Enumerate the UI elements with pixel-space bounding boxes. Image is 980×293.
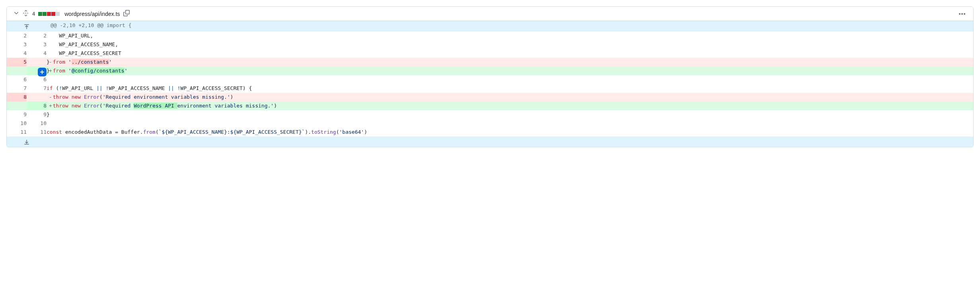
line-code[interactable] [47,75,973,84]
new-line-number[interactable]: 7 [27,84,47,93]
expand-all-button[interactable] [23,10,29,18]
diff-block-added [43,12,47,16]
expand-spacer [47,137,973,147]
new-line-number[interactable]: 6 [27,75,47,84]
old-line-number [7,102,27,110]
new-line-number[interactable]: 8 [27,102,47,110]
diff-line-context: 44 WP_API_ACCESS_SECRET [7,49,973,58]
diff-line-addition: 8+ throw new Error('Required WordPress A… [7,102,973,110]
new-line-number [27,58,47,66]
file-path[interactable]: wordpress/api/index.ts [64,11,120,17]
old-line-number[interactable]: 7 [7,84,27,93]
diff-block-added [38,12,42,16]
file-header-left: 4 wordpress/api/index.ts [13,10,130,18]
old-line-number[interactable]: 5 [7,58,27,66]
line-code[interactable]: WP_API_ACCESS_NAME, [47,40,973,49]
line-code[interactable]: + throw new Error('Required WordPress AP… [47,102,973,110]
collapse-toggle[interactable] [13,10,19,18]
new-line-number[interactable]: 3 [27,40,47,49]
diff-table: @@ -2,10 +2,10 @@ import { 22 WP_API_URL… [7,21,973,137]
copy-icon [123,10,130,16]
diff-line-deletion: 8- throw new Error('Required environment… [7,93,973,102]
hunk-header-row: @@ -2,10 +2,10 @@ import { [7,21,973,31]
expand-up-button[interactable] [7,21,47,31]
line-code[interactable] [47,119,973,128]
diff-file-container: 4 wordpress/api/index.ts [6,6,974,147]
old-line-number[interactable]: 11 [7,128,27,137]
line-code[interactable]: WP_API_URL, [47,31,973,40]
line-code[interactable]: -} from '../constants' [47,58,973,66]
file-header: 4 wordpress/api/index.ts [7,7,973,21]
diff-line-deletion: 5-} from '../constants' [7,58,973,66]
hunk-header-text: @@ -2,10 +2,10 @@ import { [47,21,973,31]
add-comment-button[interactable]: + [38,68,47,76]
line-code[interactable]: } [47,110,973,119]
change-count: 4 [32,11,35,17]
diff-marker [49,119,52,128]
diff-table-footer [7,137,973,147]
new-line-number[interactable]: 10 [27,119,47,128]
expand-down-button[interactable] [7,137,47,147]
diff-block-deleted [47,12,51,16]
line-code[interactable]: ++} from '@config/constants' [47,66,973,75]
old-line-number[interactable]: 2 [7,31,27,40]
new-line-number[interactable]: 2 [27,31,47,40]
fold-up-icon [23,23,30,30]
expand-down-row [7,137,973,147]
new-line-number[interactable]: 9 [27,110,47,119]
old-line-number[interactable]: 3 [7,40,27,49]
line-code[interactable]: - throw new Error('Required environment … [47,93,973,102]
diff-line-context: 66 [7,75,973,84]
copy-path-button[interactable] [123,10,130,18]
diff-line-addition: 5++} from '@config/constants' [7,66,973,75]
diff-marker [49,75,52,84]
line-code[interactable]: const encodedAuthData = Buffer.from(`${W… [47,128,973,137]
new-line-number[interactable]: 11 [27,128,47,137]
fold-down-icon [23,139,30,145]
line-code[interactable]: WP_API_ACCESS_SECRET [47,49,973,58]
diff-line-context: 33 WP_API_ACCESS_NAME, [7,40,973,49]
file-menu-button[interactable] [957,12,967,16]
old-line-number[interactable]: 8 [7,93,27,102]
old-line-number[interactable]: 6 [7,75,27,84]
diff-line-context: 77 if (!WP_API_URL || !WP_API_ACCESS_NAM… [7,84,973,93]
diff-line-context: 99 } [7,110,973,119]
old-line-number[interactable]: 10 [7,119,27,128]
diffstat-blocks [38,12,60,16]
diff-block-neutral [56,12,60,16]
diff-line-context: 1111 const encodedAuthData = Buffer.from… [7,128,973,137]
kebab-icon [964,13,965,15]
line-code[interactable]: if (!WP_API_URL || !WP_API_ACCESS_NAME |… [47,84,973,93]
old-line-number [7,66,27,75]
diff-line-context: 22 WP_API_URL, [7,31,973,40]
kebab-icon [959,13,961,15]
diff-block-deleted [51,12,55,16]
old-line-number[interactable]: 9 [7,110,27,119]
new-line-number [27,93,47,102]
old-line-number[interactable]: 4 [7,49,27,58]
diff-line-context: 1010 [7,119,973,128]
kebab-icon [961,13,963,15]
chevron-down-icon [13,10,19,16]
unfold-icon [23,10,29,16]
new-line-number[interactable]: 4 [27,49,47,58]
